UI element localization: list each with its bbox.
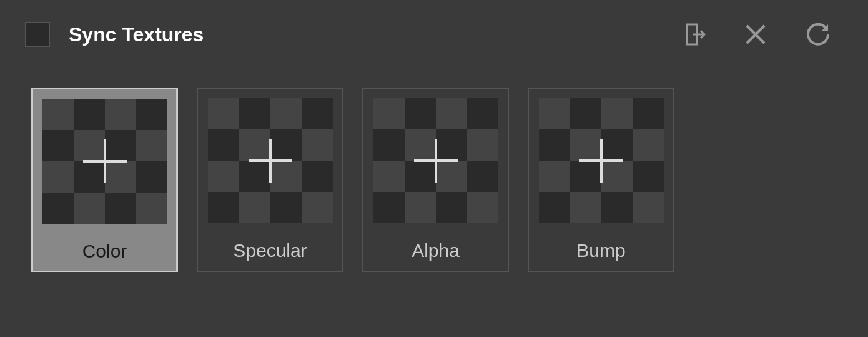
refresh-icon[interactable] <box>802 19 834 50</box>
close-icon[interactable] <box>740 19 771 50</box>
texture-slot-bump[interactable]: Bump <box>528 88 674 272</box>
header: Sync Textures <box>0 0 868 56</box>
texture-slot-color[interactable]: Color <box>31 88 178 272</box>
texture-preview-wrapper <box>363 89 508 233</box>
texture-slot-label: Color <box>33 233 176 271</box>
checker-preview <box>539 98 664 223</box>
header-right <box>678 19 843 50</box>
checker-preview <box>208 98 333 223</box>
texture-slots-container: Color Specular Alpha Bump <box>0 56 868 272</box>
texture-slot-label: Alpha <box>363 233 508 271</box>
texture-preview-wrapper <box>198 89 342 233</box>
texture-slot-label: Specular <box>198 233 342 271</box>
texture-preview-wrapper <box>529 89 673 233</box>
page-title: Sync Textures <box>69 23 204 46</box>
checker-preview <box>42 99 167 224</box>
header-left: Sync Textures <box>25 22 204 47</box>
texture-preview-wrapper <box>33 89 176 233</box>
checker-preview <box>373 98 498 223</box>
texture-slot-alpha[interactable]: Alpha <box>362 88 509 272</box>
texture-slot-specular[interactable]: Specular <box>197 88 343 272</box>
sync-textures-checkbox[interactable] <box>25 22 50 47</box>
export-icon[interactable] <box>678 19 709 50</box>
texture-slot-label: Bump <box>529 233 673 271</box>
